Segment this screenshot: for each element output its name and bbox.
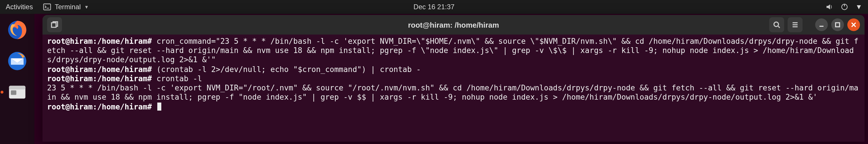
cursor (157, 102, 161, 110)
clock[interactable]: Dec 16 21:37 (414, 3, 455, 11)
terminal-text: cron_command="23 5 * * * /bin/bash -l -c… (47, 37, 859, 64)
terminal-text: (crontab -l 2>/dev/null; echo "$cron_com… (156, 65, 421, 73)
terminal-line: root@hiram:/home/hiram# (crontab -l 2>/d… (47, 65, 860, 74)
app-menu[interactable]: Terminal ▼ (43, 3, 89, 11)
dock (0, 14, 34, 144)
terminal-text: crontab -l (156, 74, 202, 83)
prompt: root@hiram:/home/hiram# (47, 102, 156, 111)
chevron-down-icon: ▼ (84, 4, 89, 9)
terminal-line: root@hiram:/home/hiram# crontab -l (47, 74, 860, 83)
prompt: root@hiram:/home/hiram# (47, 65, 156, 73)
svg-rect-9 (836, 23, 840, 27)
svg-rect-6 (11, 91, 17, 95)
gnome-topbar: Activities Terminal ▼ Dec 16 21:37 ▼ (0, 0, 868, 14)
activities-button[interactable]: Activities (6, 3, 33, 11)
window-title: root@hiram: /home/hiram (408, 20, 499, 29)
volume-icon[interactable] (826, 3, 834, 11)
window-titlebar: root@hiram: /home/hiram (42, 15, 865, 34)
system-menu-chevron-icon[interactable]: ▼ (856, 3, 862, 11)
svg-rect-7 (52, 23, 56, 27)
minimize-button[interactable] (815, 19, 828, 31)
hamburger-menu-button[interactable] (787, 17, 803, 32)
terminal-icon (43, 3, 51, 11)
terminal-line: 23 5 * * * /bin/bash -l -c 'export NVM_D… (47, 83, 860, 102)
new-tab-button[interactable] (47, 17, 62, 32)
svg-point-8 (774, 22, 778, 26)
svg-rect-5 (9, 86, 26, 90)
prompt: root@hiram:/home/hiram# (47, 74, 156, 83)
maximize-button[interactable] (831, 19, 844, 31)
terminal-body[interactable]: root@hiram:/home/hiram# cron_command="23… (42, 34, 865, 142)
terminal-text: 23 5 * * * /bin/bash -l -c 'export NVM_D… (47, 83, 859, 101)
terminal-line: root@hiram:/home/hiram# (47, 102, 860, 112)
dock-item-files[interactable] (5, 79, 30, 105)
terminal-line: root@hiram:/home/hiram# cron_command="23… (47, 37, 860, 65)
app-menu-label: Terminal (55, 3, 81, 11)
svg-rect-0 (43, 4, 51, 10)
close-button[interactable] (847, 19, 860, 31)
dock-item-thunderbird[interactable] (5, 48, 30, 74)
terminal-window: root@hiram: /home/hiram root@hiram:/home… (42, 15, 865, 142)
prompt: root@hiram:/home/hiram# (47, 37, 156, 46)
search-button[interactable] (769, 17, 784, 32)
dock-item-firefox[interactable] (5, 17, 30, 43)
power-icon[interactable] (840, 3, 848, 11)
